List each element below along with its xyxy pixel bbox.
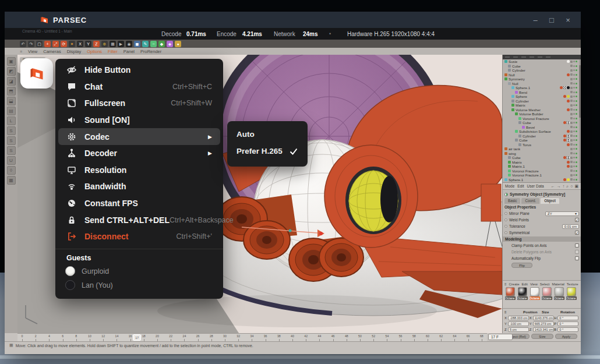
- visibility-dot[interactable]: [573, 148, 575, 150]
- layer-toggle[interactable]: [570, 178, 573, 181]
- material-swatch[interactable]: Octane: [553, 287, 564, 300]
- param-checkbox[interactable]: [575, 250, 579, 254]
- coord-value[interactable]: 0 °: [557, 321, 578, 326]
- left-tool-icon-8[interactable]: S: [7, 136, 16, 145]
- render-dot[interactable]: [576, 126, 577, 128]
- render-dot[interactable]: [576, 69, 577, 71]
- mode-bar-icon-2[interactable]: ↑: [563, 184, 565, 189]
- viewport-menu-prorender[interactable]: ProRender: [140, 49, 161, 54]
- tree-row[interactable]: Cube: [503, 156, 581, 160]
- param-checkbox[interactable]: [575, 256, 579, 260]
- primitive-cube-icon[interactable]: ◼: [134, 41, 140, 47]
- coord-value[interactable]: 0 °: [557, 316, 578, 320]
- layer-toggle[interactable]: [570, 148, 573, 150]
- render-dot[interactable]: [576, 87, 577, 89]
- coord-value[interactable]: 5 cm: [508, 327, 529, 332]
- menu-item-disconnect[interactable]: DisconnectCtrl+Shift+': [58, 228, 220, 245]
- coord-value[interactable]: -100 cm: [508, 321, 529, 326]
- visibility-dot[interactable]: [573, 109, 575, 111]
- layer-toggle[interactable]: [570, 96, 573, 98]
- visibility-dot[interactable]: [573, 165, 575, 167]
- left-tool-icon-0[interactable]: ▣: [7, 57, 16, 66]
- param-knob[interactable]: [504, 225, 507, 228]
- move-tool-icon[interactable]: +: [44, 41, 51, 47]
- tree-scrollbar[interactable]: [579, 59, 581, 183]
- viewport-menu-cameras[interactable]: Cameras: [43, 49, 61, 54]
- render-dot[interactable]: [576, 148, 577, 150]
- spline-tool-icon[interactable]: ~: [150, 41, 157, 47]
- guest-row[interactable]: Gurploid: [55, 264, 223, 278]
- submenu-item-prefer-h-265[interactable]: Prefer H.265: [227, 143, 308, 160]
- tree-row[interactable]: Cube: [503, 121, 581, 125]
- close-button[interactable]: ×: [560, 12, 576, 28]
- render-dot[interactable]: [576, 122, 577, 123]
- render-dot[interactable]: [576, 179, 577, 181]
- visibility-dot[interactable]: [573, 144, 575, 146]
- left-tool-icon-1[interactable]: ◩: [7, 67, 16, 76]
- layer-toggle[interactable]: [570, 113, 573, 115]
- apply-button[interactable]: Apply: [555, 334, 577, 339]
- object-toggles[interactable]: [563, 135, 581, 137]
- tab-coord[interactable]: Coord.: [521, 198, 539, 204]
- tree-row[interactable]: Symmetry: [503, 77, 581, 82]
- rotate-tool-icon[interactable]: ⟳: [61, 41, 67, 47]
- render-dot[interactable]: [576, 109, 577, 111]
- layer-toggle[interactable]: [570, 91, 573, 93]
- visibility-dot[interactable]: [573, 69, 575, 71]
- visibility-dot[interactable]: [573, 179, 575, 181]
- mode-bar-mode[interactable]: Mode: [505, 184, 514, 188]
- tab-object[interactable]: Object: [541, 198, 559, 204]
- visibility-dot[interactable]: [573, 153, 575, 154]
- left-tool-icon-10[interactable]: U: [7, 156, 16, 165]
- menu-item-sound-on[interactable]: Sound [ON]: [58, 112, 220, 129]
- object-toggles[interactable]: [563, 156, 581, 159]
- visibility-dot[interactable]: [573, 130, 575, 132]
- mode-bar-edit[interactable]: Edit: [517, 184, 524, 188]
- visibility-dot[interactable]: [573, 135, 575, 137]
- param-knob[interactable]: [504, 212, 507, 215]
- visibility-dot[interactable]: [573, 96, 575, 97]
- render-dot[interactable]: [576, 65, 577, 67]
- object-toggles[interactable]: [563, 178, 581, 181]
- viewport-menu-filter[interactable]: Filter: [108, 49, 118, 54]
- mode-bar-icon-5[interactable]: ▣: [574, 184, 578, 189]
- coord-value[interactable]: 1143.376 cm: [533, 316, 554, 320]
- render-dot[interactable]: [576, 61, 577, 62]
- tree-row[interactable]: Null: [503, 82, 581, 86]
- layer-toggle[interactable]: [570, 135, 573, 137]
- tree-row[interactable]: Cube: [503, 138, 581, 143]
- layer-toggle[interactable]: [570, 73, 573, 76]
- tree-row[interactable]: wing: [503, 151, 581, 156]
- layer-toggle[interactable]: [570, 69, 573, 72]
- visibility-dot[interactable]: [573, 157, 575, 158]
- left-tool-icon-12[interactable]: ▦: [7, 176, 16, 185]
- param-knob[interactable]: [504, 218, 507, 221]
- last-tool-icon[interactable]: ✦: [69, 41, 75, 47]
- layer-toggle[interactable]: [570, 61, 573, 63]
- render-dot[interactable]: [576, 161, 577, 163]
- render-dot[interactable]: [576, 104, 577, 106]
- tree-row[interactable]: Voronoi Fracture: [503, 169, 581, 174]
- visibility-dot[interactable]: [573, 113, 575, 115]
- left-tool-icon-9[interactable]: S: [7, 146, 16, 155]
- material-menu-material[interactable]: Material: [552, 282, 564, 286]
- layer-toggle[interactable]: [570, 122, 573, 124]
- render-dot[interactable]: [576, 135, 577, 137]
- material-menu-view[interactable]: View: [530, 282, 538, 286]
- parsec-badge[interactable]: [20, 58, 53, 89]
- minimize-button[interactable]: –: [527, 12, 543, 28]
- render-dot[interactable]: [576, 74, 577, 76]
- tree-row[interactable]: Torus: [503, 143, 581, 147]
- render-dot[interactable]: [576, 118, 577, 119]
- render-dot[interactable]: [576, 139, 577, 141]
- menu-item-decoder[interactable]: Decoder▶: [58, 145, 220, 162]
- layer-toggle[interactable]: [570, 130, 573, 133]
- visibility-dot[interactable]: [573, 65, 575, 67]
- tree-row[interactable]: air tank: [503, 147, 581, 151]
- layer-toggle[interactable]: [570, 152, 573, 154]
- visibility-dot[interactable]: [573, 104, 575, 106]
- maximize-button[interactable]: □: [543, 12, 560, 28]
- param-checkbox[interactable]: ✓: [575, 231, 579, 235]
- render-dot[interactable]: [576, 157, 577, 158]
- material-swatch[interactable]: Octane: [541, 287, 552, 300]
